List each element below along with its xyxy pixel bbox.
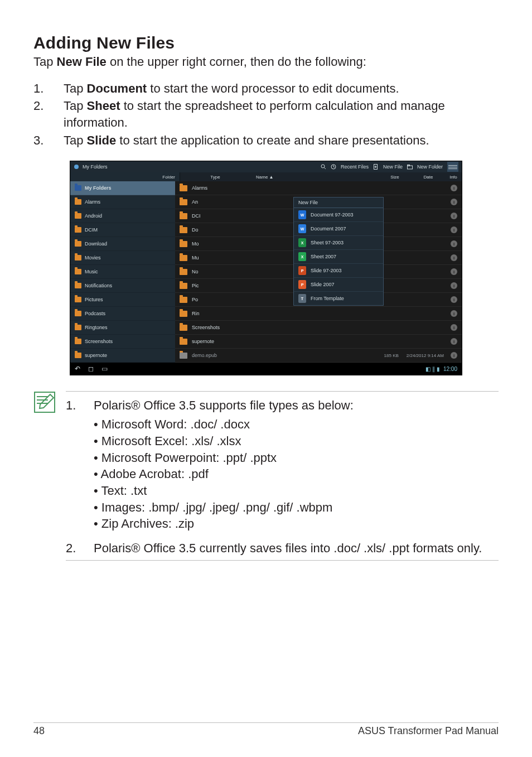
- folder-row[interactable]: Screenshotsi: [175, 321, 462, 335]
- step-3-bold: Slide: [87, 133, 117, 147]
- step-1-post: to start the word processor to edit docu…: [147, 81, 399, 95]
- info-icon[interactable]: i: [451, 338, 457, 345]
- sidebar-item[interactable]: Ringtones: [70, 321, 175, 335]
- info-icon[interactable]: i: [451, 185, 457, 191]
- info-icon[interactable]: i: [451, 199, 457, 205]
- row-label: Alarms: [192, 185, 446, 191]
- sidebar-item-label: Android: [85, 213, 102, 219]
- new-file-option[interactable]: PSlide 97-2003: [294, 264, 383, 278]
- new-file-option[interactable]: WDocument 97-2003: [294, 208, 383, 222]
- step-1-pre: Tap: [64, 81, 87, 95]
- file-date: 2/24/2012 9:14 AM: [407, 353, 444, 358]
- folder-icon: [75, 199, 81, 205]
- new-file-icon[interactable]: [373, 164, 379, 170]
- search-icon[interactable]: [321, 164, 326, 170]
- tab-folder[interactable]: Folder: [70, 172, 180, 181]
- file-icon: [180, 353, 187, 359]
- footer-rule: [33, 722, 499, 723]
- sidebar-item[interactable]: Screenshots: [70, 335, 175, 349]
- new-file-option[interactable]: TFrom Template: [294, 292, 383, 305]
- home-icon[interactable]: ◻: [88, 365, 94, 373]
- info-icon[interactable]: i: [451, 268, 457, 275]
- info-icon[interactable]: i: [451, 254, 457, 261]
- sidebar-item[interactable]: Android: [70, 209, 175, 223]
- tab-size[interactable]: Size: [378, 172, 412, 181]
- info-icon[interactable]: i: [451, 282, 457, 289]
- step-3-post: to start the application to create and s…: [116, 133, 429, 147]
- sidebar-item-label: supernote: [85, 353, 107, 358]
- new-folder-icon[interactable]: [407, 164, 413, 170]
- status-icons: ◧ ∥ ▮: [425, 366, 440, 372]
- info-icon[interactable]: i: [451, 296, 457, 303]
- tab-date[interactable]: Date: [412, 172, 445, 181]
- new-file-option[interactable]: WDocument 2007: [294, 222, 383, 236]
- app-topbar: My Folders Recent Files New File New Fol…: [70, 161, 462, 172]
- recent-apps-icon[interactable]: ▭: [101, 365, 108, 373]
- folder-icon: [75, 311, 81, 316]
- new-file-option[interactable]: XSheet 97-2003: [294, 236, 383, 250]
- folder-icon: [75, 255, 81, 261]
- page-heading: Adding New Files: [33, 33, 499, 52]
- folder-row[interactable]: supernotei: [175, 335, 462, 349]
- note-2: Polaris® Office 3.5 currently saves file…: [66, 540, 499, 557]
- note-rule-bottom: [66, 560, 499, 561]
- step-3-pre: Tap: [64, 133, 87, 147]
- folder-icon: [75, 283, 81, 288]
- sidebar-item[interactable]: Podcasts: [70, 307, 175, 321]
- tab-name[interactable]: Name ▲: [250, 172, 378, 181]
- tab-info[interactable]: Info: [445, 172, 462, 181]
- file-type-item: Images: .bmp/ .jpg/ .jpeg/ .png/ .gif/ .…: [94, 499, 354, 516]
- sidebar-item[interactable]: Music: [70, 265, 175, 279]
- folder-icon: [180, 269, 187, 275]
- folder-icon: [75, 339, 81, 344]
- sidebar-item[interactable]: My Folders: [70, 181, 175, 195]
- folder-row[interactable]: Alarmsi: [175, 181, 462, 195]
- info-icon[interactable]: i: [451, 352, 457, 359]
- sidebar-item-label: DCIM: [85, 227, 98, 233]
- menu-icon[interactable]: [447, 162, 458, 172]
- sidebar-item-label: Music: [85, 269, 98, 274]
- xls07-icon: X: [298, 252, 306, 261]
- app-title: My Folders: [83, 164, 108, 170]
- file-type-item: Microsoft Excel: .xls/ .xlsx: [94, 433, 354, 450]
- new-folder-button[interactable]: New Folder: [417, 164, 443, 170]
- info-icon[interactable]: i: [451, 324, 457, 331]
- tab-type[interactable]: Type: [180, 172, 250, 181]
- sidebar-item[interactable]: DCIM: [70, 223, 175, 237]
- intro-text: Tap New File on the upper right corner, …: [33, 54, 499, 70]
- new-file-option[interactable]: PSlide 2007: [294, 278, 383, 292]
- file-type-item: Microsoft Powerpoint: .ppt/ .pptx: [94, 450, 354, 466]
- file-row[interactable]: demo.epub185 KB2/24/2012 9:14 AMi: [175, 349, 462, 363]
- folder-icon: [180, 311, 187, 317]
- sidebar-item[interactable]: Notifications: [70, 279, 175, 293]
- sidebar-item[interactable]: Pictures: [70, 293, 175, 307]
- page-number: 48: [33, 725, 45, 737]
- note-rule-top: [66, 391, 499, 392]
- step-2-pre: Tap: [64, 99, 87, 113]
- folder-icon: [180, 283, 187, 289]
- file-type-item: Adobe Acrobat: .pdf: [94, 466, 354, 483]
- tpl-icon: T: [298, 294, 306, 303]
- step-2-post: to start the spreadsheet to perform calc…: [64, 99, 445, 129]
- sidebar-item[interactable]: Movies: [70, 251, 175, 265]
- sidebar-item-label: My Folders: [85, 185, 112, 191]
- intro-pre: Tap: [33, 55, 57, 69]
- recent-icon[interactable]: [331, 164, 336, 170]
- new-file-option-label: Sheet 97-2003: [311, 240, 344, 245]
- info-icon[interactable]: i: [451, 213, 457, 219]
- sidebar-item[interactable]: Download: [70, 237, 175, 251]
- sidebar-item[interactable]: supernote: [70, 349, 175, 363]
- new-file-button[interactable]: New File: [383, 164, 403, 170]
- folder-row[interactable]: Rini: [175, 307, 462, 321]
- folder-icon: [180, 241, 187, 247]
- info-icon[interactable]: i: [451, 226, 457, 233]
- info-icon[interactable]: i: [451, 310, 457, 317]
- folder-icon: [180, 297, 187, 303]
- sidebar: My FoldersAlarmsAndroidDCIMDownloadMovie…: [70, 181, 175, 363]
- info-icon[interactable]: i: [451, 240, 457, 247]
- sidebar-item[interactable]: Alarms: [70, 195, 175, 209]
- recent-files-button[interactable]: Recent Files: [341, 164, 369, 170]
- new-file-option[interactable]: XSheet 2007: [294, 250, 383, 264]
- steps-list: Tap Document to start the word processor…: [33, 80, 499, 149]
- back-icon[interactable]: ↶: [75, 365, 80, 373]
